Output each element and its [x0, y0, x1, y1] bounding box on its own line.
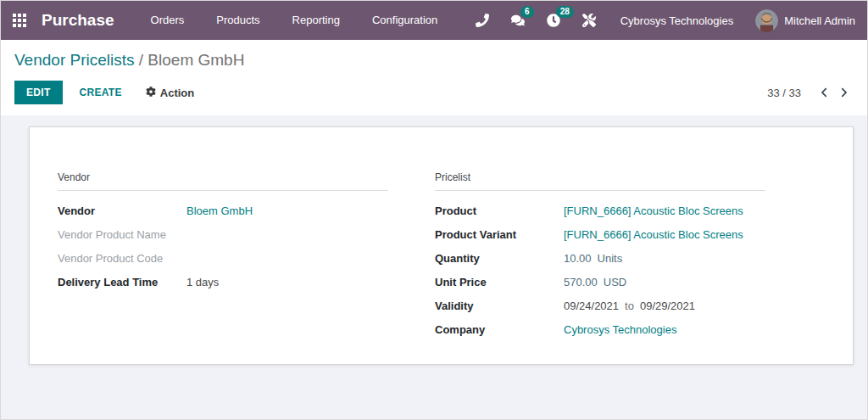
action-menu-button[interactable]: Action — [146, 87, 194, 99]
company-switcher[interactable]: Cybrosys Technologies — [620, 14, 733, 27]
vendor-field-value[interactable]: Bloem GmbH — [186, 204, 253, 217]
pricelist-section: Pricelist Product [FURN_6666] Acoustic B… — [435, 171, 765, 364]
pager-previous-button[interactable] — [815, 83, 834, 102]
vendor-section-title: Vendor — [58, 171, 388, 191]
main-menu: Orders Products Reporting Configuration — [135, 1, 454, 40]
activities-button[interactable]: 28 — [536, 1, 571, 40]
chevron-left-icon — [821, 87, 828, 98]
quantity-label: Quantity — [435, 252, 564, 265]
tools-wrench-icon — [582, 14, 596, 27]
app-brand-purchase[interactable]: Purchase — [42, 11, 114, 30]
form-sheet: Vendor Vendor Bloem GmbH Vendor Product … — [29, 126, 854, 365]
action-label: Action — [160, 87, 194, 99]
field-row-company: Company Cybrosys Technologies — [435, 323, 765, 338]
breadcrumb-separator: / — [135, 51, 148, 69]
field-row-vendor-product-name: Vendor Product Name — [58, 228, 388, 243]
gear-icon — [146, 87, 160, 99]
validity-label: Validity — [435, 300, 564, 312]
user-menu[interactable]: Mitchell Admin — [755, 9, 855, 32]
menu-reporting[interactable]: Reporting — [276, 1, 356, 40]
field-row-validity: Validity 09/24/2021 to 09/29/2021 — [435, 300, 765, 314]
menu-configuration[interactable]: Configuration — [356, 1, 453, 40]
menu-products[interactable]: Products — [200, 1, 275, 40]
record-pager: 33 / 33 — [767, 83, 854, 102]
product-variant-value[interactable]: [FURN_6666] Acoustic Bloc Screens — [564, 228, 743, 241]
apps-menu-button[interactable] — [1, 1, 38, 40]
chevron-right-icon — [840, 87, 848, 98]
field-row-vendor: Vendor Bloem GmbH — [58, 204, 388, 219]
vendor-product-code-label: Vendor Product Code — [58, 252, 186, 265]
company-label: Company — [435, 323, 564, 336]
field-row-delivery-lead-time: Delivery Lead Time 1 days — [58, 276, 388, 290]
breadcrumb-vendor-pricelists[interactable]: Vendor Pricelists — [14, 51, 135, 69]
field-row-product-variant: Product Variant [FURN_6666] Acoustic Blo… — [435, 228, 765, 243]
phone-icon — [476, 14, 489, 27]
user-avatar — [755, 9, 778, 32]
pager-next-button[interactable] — [834, 83, 854, 102]
quantity-unit: Units — [598, 252, 623, 265]
debug-tools-button[interactable] — [571, 1, 607, 40]
field-row-unit-price: Unit Price 570.00 USD — [435, 276, 765, 290]
product-variant-label: Product Variant — [435, 228, 564, 241]
top-navbar: Purchase Orders Products Reporting Confi… — [1, 1, 867, 40]
delivery-lead-time-label: Delivery Lead Time — [58, 276, 186, 288]
vendor-product-name-label: Vendor Product Name — [58, 228, 186, 241]
field-row-product: Product [FURN_6666] Acoustic Bloc Screen… — [435, 204, 765, 219]
vendor-section: Vendor Vendor Bloem GmbH Vendor Product … — [58, 171, 388, 364]
company-value[interactable]: Cybrosys Technologies — [564, 323, 676, 336]
navbar-right: 6 28 Cybrosys Technologies — [465, 1, 855, 40]
control-panel: Vendor Pricelists / Bloem GmbH EDIT CREA… — [1, 40, 867, 115]
form-view-background: Vendor Vendor Bloem GmbH Vendor Product … — [1, 115, 867, 420]
unit-price-currency: USD — [604, 276, 626, 288]
pager-count: 33 / 33 — [767, 87, 801, 99]
create-button[interactable]: CREATE — [71, 81, 131, 104]
messages-button[interactable]: 6 — [500, 1, 536, 40]
edit-button[interactable]: EDIT — [14, 81, 63, 104]
delivery-lead-time-value: 1 days — [186, 276, 219, 288]
validity-to-word: to — [625, 300, 634, 312]
quantity-value: 10.00 — [564, 252, 592, 265]
user-name: Mitchell Admin — [784, 14, 855, 27]
field-row-vendor-product-code: Vendor Product Code — [58, 252, 388, 266]
field-row-quantity: Quantity 10.00 Units — [435, 252, 765, 266]
menu-orders[interactable]: Orders — [135, 1, 201, 40]
vendor-field-label: Vendor — [58, 204, 186, 217]
apps-grid-icon — [13, 14, 26, 27]
control-panel-buttons: EDIT CREATE Action 33 / 33 — [14, 81, 854, 104]
validity-to-date: 09/29/2021 — [640, 300, 695, 312]
voip-phone-button[interactable] — [465, 1, 500, 40]
breadcrumb: Vendor Pricelists / Bloem GmbH — [14, 51, 854, 70]
validity-from-date: 09/24/2021 — [564, 300, 619, 312]
product-value[interactable]: [FURN_6666] Acoustic Bloc Screens — [564, 204, 743, 217]
product-label: Product — [435, 204, 564, 217]
pricelist-section-title: Pricelist — [435, 171, 765, 191]
unit-price-label: Unit Price — [435, 276, 564, 288]
messages-badge: 6 — [520, 6, 534, 18]
breadcrumb-current: Bloem GmbH — [147, 51, 244, 69]
unit-price-value: 570.00 — [564, 276, 598, 288]
